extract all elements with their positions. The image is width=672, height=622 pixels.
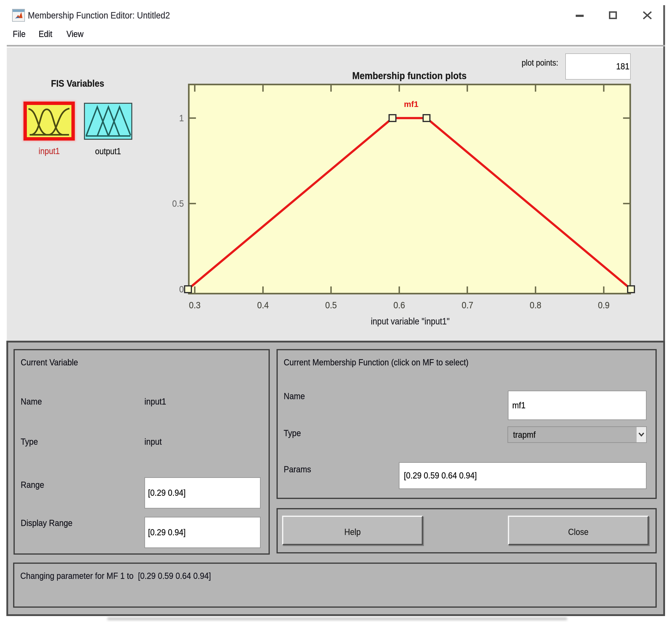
svg-text:mf1: mf1 <box>404 100 419 109</box>
